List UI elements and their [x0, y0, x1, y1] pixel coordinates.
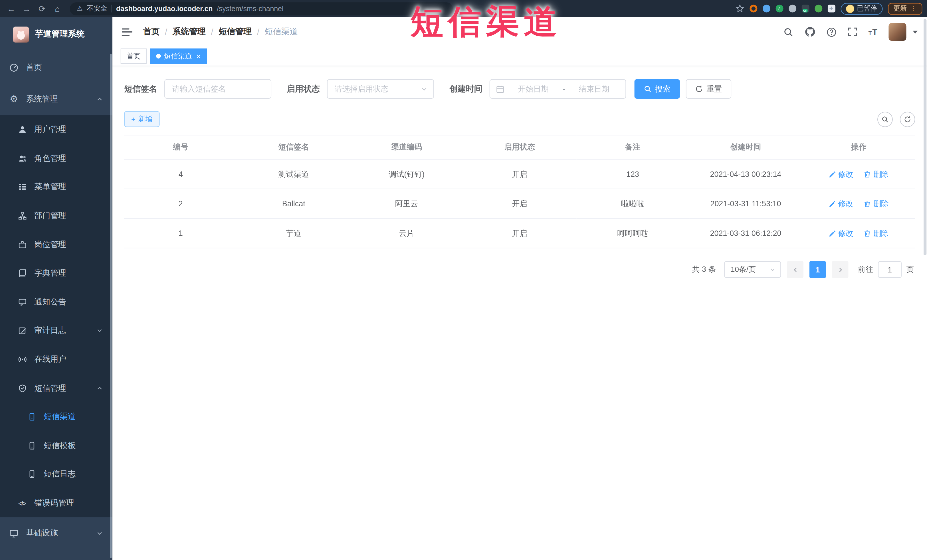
- people-extension-icon[interactable]: [788, 5, 796, 12]
- sidebar-item-sms-log[interactable]: 短信日志: [0, 460, 112, 489]
- not-secure-warning-icon: ⚠: [77, 5, 82, 12]
- search-toggle-icon[interactable]: [877, 112, 893, 127]
- sidebar-item-system-mgmt[interactable]: ⚙ 系统管理: [0, 83, 112, 115]
- edit-button[interactable]: 修改: [828, 228, 853, 238]
- puzzle-extensions-icon[interactable]: ✚: [827, 5, 835, 12]
- breadcrumb-system-mgmt[interactable]: 系统管理: [173, 27, 206, 37]
- browser-menu-icon[interactable]: ⋮: [910, 5, 917, 12]
- github-icon[interactable]: [805, 27, 815, 37]
- sidebar-item-audit-log[interactable]: 审计日志: [0, 316, 112, 345]
- sidebar-item-sms-template[interactable]: 短信模板: [0, 431, 112, 460]
- sidebar-item-home[interactable]: 首页: [0, 52, 112, 83]
- refresh-icon[interactable]: [900, 112, 915, 127]
- forward-icon[interactable]: →: [20, 2, 33, 15]
- trash-icon: [864, 171, 871, 178]
- search-button[interactable]: 搜索: [634, 79, 680, 99]
- table-row: 2 Ballcat 阿里云 开启 啦啦啦 2021-03-31 11:53:10…: [124, 189, 915, 219]
- caret-down-icon[interactable]: [913, 30, 918, 33]
- page-number-current[interactable]: 1: [810, 261, 826, 278]
- sidebar-item-sms-mgmt[interactable]: 短信管理: [0, 374, 112, 402]
- chevron-right-icon: [837, 266, 843, 273]
- start-date-placeholder: 开始日期: [508, 83, 559, 94]
- code-icon: </>: [17, 500, 27, 506]
- on-badge-extension-icon[interactable]: on: [801, 5, 809, 12]
- sidebar-item-label: 审计日志: [34, 325, 66, 336]
- sidebar-item-dept-mgmt[interactable]: 部门管理: [0, 202, 112, 230]
- chevron-left-icon: [792, 266, 799, 273]
- reset-button-label: 重置: [707, 83, 722, 94]
- breadcrumb-home[interactable]: 首页: [143, 27, 160, 37]
- fullscreen-icon[interactable]: [848, 27, 857, 36]
- search-icon[interactable]: [783, 27, 793, 37]
- sidebar-item-user-mgmt[interactable]: 用户管理: [0, 115, 112, 144]
- sign-input[interactable]: [164, 79, 271, 99]
- delete-button[interactable]: 删除: [864, 169, 889, 179]
- edit-button[interactable]: 修改: [828, 198, 853, 209]
- delete-button[interactable]: 删除: [864, 198, 889, 209]
- chevron-up-icon: [96, 385, 103, 392]
- paused-badge[interactable]: 已暂停: [840, 3, 883, 14]
- blue-extension-icon[interactable]: [762, 5, 770, 12]
- hamburger-icon[interactable]: [122, 28, 134, 36]
- sidebar-item-sms-channel[interactable]: 短信渠道: [0, 402, 112, 431]
- address-bar[interactable]: ⚠ 不安全 dashboard.yudao.iocoder.cn/system/…: [70, 2, 453, 15]
- tab-sms-channel[interactable]: 短信渠道 ×: [150, 49, 207, 64]
- cell-code: 调试(钉钉): [350, 159, 463, 189]
- page-scrollbar[interactable]: [924, 19, 926, 255]
- reset-button[interactable]: 重置: [686, 79, 732, 99]
- sidebar-item-menu-mgmt[interactable]: 菜单管理: [0, 173, 112, 202]
- cell-status: 开启: [463, 189, 576, 219]
- update-button[interactable]: 更新 ⋮: [888, 3, 922, 14]
- delete-button[interactable]: 删除: [864, 228, 889, 238]
- home-icon[interactable]: ⌂: [51, 2, 64, 15]
- edit-button[interactable]: 修改: [828, 169, 853, 179]
- sidebar-item-error-code[interactable]: </> 错误码管理: [0, 489, 112, 518]
- sidebar-item-dict-mgmt[interactable]: 字典管理: [0, 259, 112, 288]
- cell-sign: 测试渠道: [237, 159, 350, 189]
- question-icon[interactable]: [827, 27, 837, 37]
- plant-extension-icon[interactable]: [814, 5, 822, 12]
- sidebar-item-label: 用户管理: [34, 124, 66, 135]
- update-label: 更新: [894, 4, 907, 13]
- gear-icon: ⚙: [9, 95, 19, 104]
- app-logo-row[interactable]: 芋道管理系统: [0, 17, 112, 52]
- main-area: 首页 / 系统管理 / 短信管理 / 短信渠道: [112, 17, 927, 560]
- chevron-down-icon: [96, 328, 103, 334]
- sidebar-item-infrastructure[interactable]: 基础设施: [0, 518, 112, 549]
- cell-created: 2021-03-31 06:12:20: [689, 219, 802, 248]
- date-range-picker[interactable]: 开始日期 - 结束日期: [489, 79, 626, 99]
- back-icon[interactable]: ←: [5, 2, 18, 15]
- sidebar-item-label: 菜单管理: [34, 182, 66, 192]
- page-size-select[interactable]: 10条/页: [724, 261, 781, 278]
- sidebar-item-online-users[interactable]: 在线用户: [0, 345, 112, 374]
- sidebar-item-post-mgmt[interactable]: 岗位管理: [0, 230, 112, 259]
- status-select[interactable]: 请选择启用状态: [327, 79, 434, 99]
- bookmark-star-icon[interactable]: [735, 4, 744, 13]
- close-icon[interactable]: ×: [196, 52, 201, 60]
- sidebar-item-label: 错误码管理: [34, 498, 74, 508]
- prev-page-button[interactable]: [787, 261, 804, 278]
- avatar[interactable]: [889, 23, 906, 41]
- monitor-icon: [9, 529, 19, 538]
- font-size-icon[interactable]: TT: [869, 28, 877, 36]
- breadcrumb-sms-mgmt[interactable]: 短信管理: [219, 27, 252, 37]
- pencil-icon: [828, 171, 836, 178]
- next-page-button[interactable]: [832, 261, 848, 278]
- goto-page-input[interactable]: [878, 261, 902, 278]
- sidebar-item-role-mgmt[interactable]: 角色管理: [0, 144, 112, 173]
- table-row: 1 芋道 云片 开启 呵呵呵哒 2021-03-31 06:12:20 修改 删…: [124, 219, 915, 248]
- tag-view-bar: 首页 短信渠道 ×: [112, 47, 927, 66]
- sidebar: 芋道管理系统 首页 ⚙ 系统管理 用户: [0, 17, 112, 560]
- orange-extension-icon[interactable]: [749, 5, 757, 12]
- cell-actions: 修改 删除: [802, 219, 915, 248]
- tab-home[interactable]: 首页: [121, 49, 147, 64]
- sidebar-item-notice[interactable]: 通知公告: [0, 288, 112, 316]
- reload-icon[interactable]: ⟳: [35, 2, 49, 15]
- cell-created: 2021-04-13 00:23:14: [689, 159, 802, 189]
- app-title: 芋道管理系统: [35, 29, 84, 39]
- sidebar-item-label: 短信日志: [44, 469, 76, 480]
- breadcrumb: 首页 / 系统管理 / 短信管理 / 短信渠道: [143, 27, 298, 37]
- green-check-extension-icon[interactable]: ✓: [775, 5, 783, 12]
- add-button[interactable]: + 新增: [124, 111, 160, 127]
- cell-id: 2: [124, 189, 237, 219]
